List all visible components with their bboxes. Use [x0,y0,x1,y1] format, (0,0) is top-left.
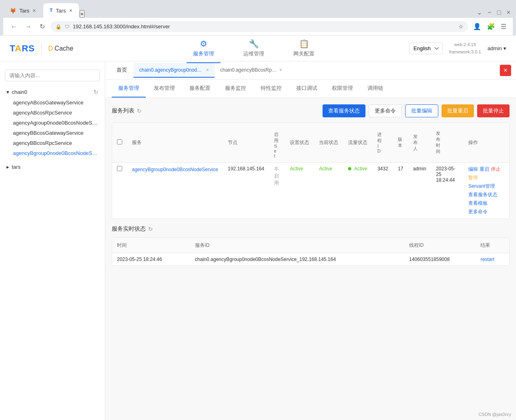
service-tab-config[interactable]: 服务配置 [183,80,217,98]
page-tab-1-close[interactable]: × [206,67,209,73]
service-tab-permission[interactable]: 权限管理 [325,80,359,98]
menu-button[interactable]: ☰ [499,21,508,32]
th-time-label: 时间 [117,242,127,248]
row-select-checkbox[interactable] [117,166,122,171]
sidebar: ▾ chain0 ↻ agencyABcosGatewayService age… [0,62,105,420]
refresh-button[interactable]: ↻ [37,21,47,32]
service-tab-api[interactable]: 接口调试 [290,80,324,98]
batch-restart-button[interactable]: 批量重启 [442,104,474,117]
page-tab-2-close[interactable]: × [279,67,282,73]
browser-tab-firefox[interactable]: 🦊 Tars × [3,3,42,18]
sidebar-item-agencyBBcosGatewayService[interactable]: agencyBBcosGatewayService [0,128,105,138]
realtime-refresh-icon[interactable]: ↻ [148,226,153,232]
address-input[interactable] [73,23,455,30]
action-pause[interactable]: 暂停 [468,174,478,181]
service-tab-publish[interactable]: 发布管理 [147,80,181,98]
sidebar-item-agencyABcosGatewayService[interactable]: agencyABcosGatewayService [0,98,105,108]
new-tab-button[interactable]: + [80,10,85,18]
view-status-button[interactable]: 查看服务状态 [323,104,365,117]
action-stop[interactable]: 停止 [491,166,501,173]
browser-action-buttons: 👤 🧩 ☰ [471,21,508,32]
th-time: 时间 [112,238,190,253]
firefox-favicon: 🦊 [10,8,16,14]
th-enable-set-label: 启用Set [274,132,278,158]
realtime-tbody: 2023-05-25 18:24:46 chain0.agencyBgroup0… [112,253,509,266]
dcache-text: Cache [55,45,73,52]
service-list-refresh-icon[interactable]: ↻ [137,108,142,114]
firefox-tab-close[interactable]: × [33,7,36,14]
service-tab-mgmt[interactable]: 服务管理 [112,80,146,98]
row-config-status-value: Active [290,166,303,172]
version-info: web:2.4.19 framework:3.0.1 [449,41,481,55]
service-tab-mgmt-label: 服务管理 [118,85,139,91]
more-commands-button[interactable]: 更多命令 [369,104,402,117]
action-view-status[interactable]: 查看服务状态 [468,191,497,198]
sidebar-item-label: agencyABcosRpcService [13,110,72,116]
action-more-commands[interactable]: 更多命令 [468,208,488,215]
batch-edit-button[interactable]: 批量编辑 [405,104,438,117]
sidebar-section-chain0: ▾ chain0 ↻ agencyABcosGatewayService age… [0,85,105,160]
th-service: 服务 [127,123,223,163]
select-all-checkbox[interactable] [117,139,122,144]
row-config-status: Active [285,163,314,219]
sidebar-search-input[interactable] [5,70,100,81]
realtime-result: restart [476,253,509,266]
star-icon[interactable]: ☆ [459,23,463,30]
logo-divider [41,42,42,55]
close-window-btn[interactable]: × [504,7,513,18]
service-tab-monitor[interactable]: 服务监控 [219,80,253,98]
sidebar-section-tars-header[interactable]: ▸ tars [0,161,105,172]
tars-chevron-icon: ▸ [6,164,9,170]
tab-collapse-btn[interactable]: ⌄ [474,7,484,18]
batch-stop-button[interactable]: 批量停止 [477,104,510,117]
nav-service-mgmt[interactable]: ⚙ 服务管理 [187,34,221,63]
forward-button[interactable]: → [23,21,34,32]
nav-gateway-config[interactable]: 📋 网关配置 [287,34,321,63]
extensions-button[interactable]: 🧩 [485,21,497,32]
view-status-label: 查看服务状态 [328,108,360,114]
sidebar-item-agencyAgroup0node0[interactable]: agencyAgroup0node0BcosNodeSe... [0,118,105,128]
sidebar-section-tars: ▸ tars [0,160,105,174]
page-tabs: 首页 chain0.agencyBgroup0node0BcosNodeServ… [105,62,516,80]
minimize-btn[interactable]: − [485,7,494,18]
sidebar-item-agencyABcosRpcService[interactable]: agencyABcosRpcService [0,108,105,118]
sidebar-section-chain0-header[interactable]: ▾ chain0 ↻ [0,86,105,98]
th-publish-time: 发布时间 [431,123,463,163]
th-version-label: 版本 [398,137,402,148]
chain0-refresh-icon[interactable]: ↻ [93,89,98,95]
page-tab-home[interactable]: 首页 [110,62,134,79]
action-restart[interactable]: 重启 [480,166,489,173]
action-view-template[interactable]: 查看模板 [468,200,488,207]
page-tab-2[interactable]: chain0.agencyBBcosRpcService × [214,63,288,78]
browser-tab-tars[interactable]: T Tars × [43,3,79,18]
service-tab-callchain[interactable]: 调用链 [361,80,390,98]
browser-tab-bar: 🦊 Tars × T Tars × + ⌄ − □ × [3,3,513,18]
row-flow-status: Active [343,163,372,219]
row-checkbox [112,163,127,219]
th-publish-time-label: 发布时间 [436,131,440,154]
maximize-btn[interactable]: □ [495,7,503,18]
flow-status-dot [348,167,351,170]
tars-tab-close[interactable]: × [69,7,72,14]
browser-chrome: 🦊 Tars × T Tars × + ⌄ − □ × ← → ↻ 🔒 🛡 ☆ … [0,0,516,36]
nav-ops-mgmt[interactable]: 🔧 运维管理 [237,34,271,63]
page-tab-1[interactable]: chain0.agencyBgroup0node0BcosNodeService… [134,63,214,78]
close-all-tabs-button[interactable]: × [500,65,511,76]
footer-text: CSDN @jas0nry [478,412,511,417]
row-publish-time-value: 2023-05-25 18:24:44 [436,166,455,183]
back-button[interactable]: ← [8,21,19,32]
account-button[interactable]: 👤 [471,21,483,32]
app-container: TARS DCache ⚙ 服务管理 🔧 运维管理 📋 网关配置 Engl [0,36,516,420]
row-process-id-value: 3432 [377,166,388,172]
language-select[interactable]: English 中文 [409,42,443,54]
action-edit[interactable]: 编辑 [468,166,478,173]
sidebar-item-agencyBgroup0node0[interactable]: agencyBgroup0node0BcosNodeSe... [0,148,105,158]
admin-button[interactable]: admin ▾ [488,45,506,51]
service-tab-feature[interactable]: 特性监控 [254,80,288,98]
action-servant-mgmt[interactable]: Servant管理 [468,183,495,190]
sidebar-item-label: agencyBBcosGatewayService [13,130,83,136]
realtime-status-title-text: 服务实时状态 [112,225,146,233]
address-bar[interactable]: 🔒 🛡 ☆ [51,21,468,32]
sidebar-item-agencyBBcosRpcService[interactable]: agencyBBcosRpcService [0,138,105,148]
service-name-link[interactable]: agencyBgroup0node0BcosNodeService [132,167,218,172]
